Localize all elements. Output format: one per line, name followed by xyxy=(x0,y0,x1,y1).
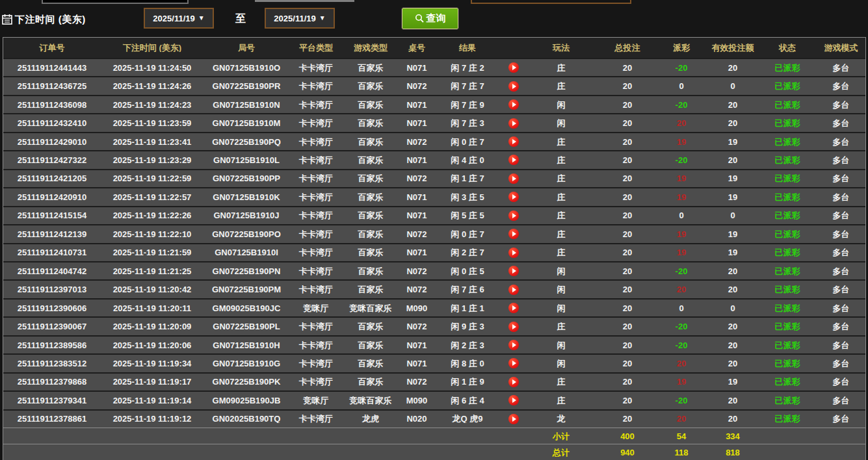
cell-total-bet: 20 xyxy=(595,285,660,294)
cell-round-no: GN07225B190PQ xyxy=(204,138,289,146)
cell-game-mode: 多台 xyxy=(812,156,868,164)
cell-status: 已派彩 xyxy=(763,230,812,238)
play-icon[interactable] xyxy=(508,248,519,258)
play-icon[interactable] xyxy=(508,118,519,129)
query-button[interactable]: 查询 xyxy=(402,8,458,29)
cell-valid-bet: 19 xyxy=(703,138,763,146)
cell-bet-option: 庄 xyxy=(527,82,595,90)
cell-table-no: N072 xyxy=(399,82,435,90)
cell-result: 闲 9 庄 3 xyxy=(435,322,500,331)
header-status: 状态 xyxy=(763,44,812,52)
cell-round-no: GN07125B1910H xyxy=(204,341,289,350)
cell-status: 已派彩 xyxy=(763,396,812,405)
play-icon[interactable] xyxy=(508,414,519,424)
cell-total-bet: 20 xyxy=(595,248,660,257)
cell-game-type: 百家乐 xyxy=(343,359,399,368)
cell-payout: 19 xyxy=(660,138,703,146)
cell-valid-bet: 19 xyxy=(703,248,763,257)
cell-payout: 19 xyxy=(660,248,703,257)
play-icon[interactable] xyxy=(508,266,519,276)
cell-bet-time: 2025-11-19 11:20:11 xyxy=(101,304,204,313)
chevron-down-icon: ▼ xyxy=(198,15,205,21)
header-order-no: 订单号 xyxy=(3,44,101,52)
cell-table-no: N071 xyxy=(399,64,435,72)
cell-valid-bet: 0 xyxy=(703,304,763,313)
cell-round-no: GN07225B190PL xyxy=(204,322,289,331)
cell-game-type: 百家乐 xyxy=(343,101,399,109)
play-icon[interactable] xyxy=(508,211,519,221)
cell-total-bet: 20 xyxy=(595,193,660,201)
table-row: 2511191123793412025-11-19 11:19:14GM0902… xyxy=(3,390,865,409)
play-icon[interactable] xyxy=(508,81,519,92)
cell-valid-bet: 0 xyxy=(703,211,763,220)
play-icon[interactable] xyxy=(508,62,519,73)
cell-bet-time: 2025-11-19 11:22:10 xyxy=(101,230,204,238)
cell-bet-time: 2025-11-19 11:21:25 xyxy=(101,267,204,275)
date-to-select[interactable]: 2025/11/19 ▼ xyxy=(265,8,335,29)
cell-round-no: GN07225B190PR xyxy=(204,82,289,90)
header-total-bet: 总投注 xyxy=(595,44,660,52)
cell-platform-type: 卡卡湾厅 xyxy=(289,156,343,164)
play-icon[interactable] xyxy=(508,358,519,368)
cell-bet-time: 2025-11-19 11:19:14 xyxy=(101,396,204,405)
cell-payout: 19 xyxy=(660,230,703,238)
cell-platform-type: 卡卡湾厅 xyxy=(289,64,343,72)
cell-round-no: GN07225B190PN xyxy=(204,267,289,275)
cell-order-no: 251119112421205 xyxy=(3,174,101,183)
cell-table-no: N071 xyxy=(399,211,435,220)
cell-game-mode: 多台 xyxy=(812,64,868,72)
cell-replay xyxy=(500,81,527,92)
play-icon[interactable] xyxy=(508,192,519,202)
play-icon[interactable] xyxy=(508,303,519,313)
cell-valid-bet: 20 xyxy=(703,415,763,423)
cell-order-no: 251119112383512 xyxy=(3,359,101,368)
cell-table-no: N072 xyxy=(399,285,435,294)
cell-bet-time: 2025-11-19 11:24:23 xyxy=(101,101,204,109)
play-icon[interactable] xyxy=(508,377,519,387)
table-header: 订单号下注时间 (美东)局号平台类型游戏类型桌号结果玩法总投注派彩有效投注额状态… xyxy=(3,38,865,58)
cell-valid-bet: 20 xyxy=(703,101,763,109)
subtotal-row-total-bet: 400 xyxy=(595,432,660,441)
cell-game-mode: 多台 xyxy=(812,138,868,146)
cell-table-no: N072 xyxy=(399,267,435,275)
cell-total-bet: 20 xyxy=(595,138,660,146)
play-icon[interactable] xyxy=(508,285,519,295)
cell-game-mode: 多台 xyxy=(812,193,868,201)
cell-total-bet: 20 xyxy=(595,377,660,386)
cell-result: 闲 0 庄 7 xyxy=(435,138,500,146)
cell-payout: -20 xyxy=(660,64,703,72)
play-icon[interactable] xyxy=(508,136,519,147)
subtotal-row-valid-bet: 334 xyxy=(703,432,763,441)
cell-platform-type: 卡卡湾厅 xyxy=(289,119,343,127)
date-from-value: 2025/11/19 xyxy=(153,14,194,23)
cell-order-no: 251119112436098 xyxy=(3,101,101,109)
table-row: 2511191124212052025-11-19 11:22:59GN0722… xyxy=(3,169,865,187)
cell-order-no: 251119112379868 xyxy=(3,377,101,386)
play-icon[interactable] xyxy=(508,173,519,184)
cell-total-bet: 20 xyxy=(595,322,660,331)
play-icon[interactable] xyxy=(508,395,519,405)
cell-status: 已派彩 xyxy=(763,138,812,146)
cell-result: 闲 7 庄 2 xyxy=(435,64,500,72)
cell-round-no: GM09025B190JC xyxy=(204,304,289,313)
cell-game-mode: 多台 xyxy=(812,341,868,350)
cell-order-no: 251119112420910 xyxy=(3,193,101,201)
cell-platform-type: 竞咪厅 xyxy=(289,304,343,313)
cell-total-bet: 20 xyxy=(595,174,660,183)
play-icon[interactable] xyxy=(508,229,519,239)
cell-replay xyxy=(500,303,527,313)
cell-game-type: 百家乐 xyxy=(343,82,399,90)
cell-status: 已派彩 xyxy=(763,64,812,72)
header-payout: 派彩 xyxy=(660,44,703,52)
cell-table-no: N071 xyxy=(399,119,435,127)
table-row: 2511191124209102025-11-19 11:22:57GN0712… xyxy=(3,187,865,205)
cell-payout: 20 xyxy=(660,285,703,294)
date-from-select[interactable]: 2025/11/19 ▼ xyxy=(144,8,214,29)
play-icon[interactable] xyxy=(508,322,519,332)
cell-platform-type: 卡卡湾厅 xyxy=(289,82,343,90)
play-icon[interactable] xyxy=(508,99,519,110)
cell-game-mode: 多台 xyxy=(812,377,868,386)
cell-bet-option: 闲 xyxy=(527,341,595,350)
play-icon[interactable] xyxy=(508,340,519,350)
play-icon[interactable] xyxy=(508,155,519,165)
